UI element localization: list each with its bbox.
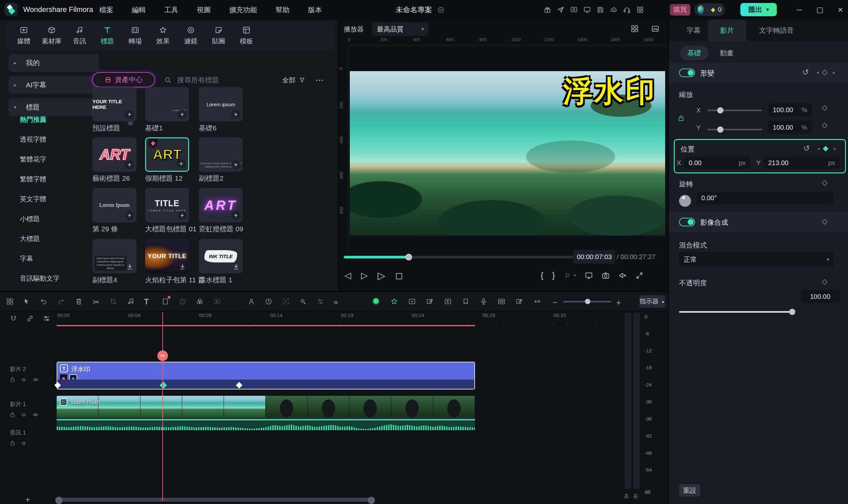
menu-edit[interactable]: 編輯 — [132, 5, 146, 15]
add-to-timeline-button[interactable]: + — [125, 160, 134, 169]
mirror-display-button[interactable] — [585, 271, 593, 280]
zoom-in-icon[interactable]: + — [616, 298, 624, 305]
compositing-toggle[interactable] — [679, 218, 695, 226]
add-to-timeline-button[interactable]: + — [231, 211, 241, 220]
title-card-neon09[interactable]: ART + — [199, 188, 243, 222]
scale-x-slider[interactable] — [707, 110, 762, 111]
keyframe-active-icon[interactable]: ◆ — [823, 144, 828, 152]
portrait-cutout-icon[interactable] — [247, 298, 255, 305]
stop-button[interactable]: ◻ — [395, 270, 403, 281]
export-button[interactable]: 匯出 ▾ — [740, 3, 777, 16]
add-to-timeline-button[interactable]: + — [177, 211, 187, 220]
zoom-out-icon[interactable]: − — [553, 298, 560, 305]
add-to-timeline-button[interactable]: + — [177, 110, 187, 119]
menu-view[interactable]: 視圖 — [197, 5, 211, 15]
audio-ai-icon[interactable] — [230, 298, 238, 305]
title-card-subtitle2[interactable]: Lorem ipsum dolor sit amet, consectetura… — [199, 137, 243, 172]
redo-icon[interactable] — [57, 298, 65, 305]
prev-keyframe-icon[interactable]: ◂ — [817, 146, 820, 151]
reset-button[interactable]: 重設 — [679, 484, 700, 497]
menu-tools[interactable]: 工具 — [164, 5, 178, 15]
download-icon[interactable] — [125, 263, 134, 271]
motion-track-icon[interactable] — [213, 298, 221, 305]
hide-eye-icon[interactable] — [33, 377, 39, 383]
fullscreen-button[interactable] — [635, 271, 644, 280]
gift-icon[interactable] — [541, 0, 554, 19]
speed-icon[interactable] — [178, 298, 187, 305]
title-card-holiday12-selected[interactable]: ART ◆ + — [145, 137, 189, 172]
tab-effects[interactable]: 效果 — [149, 26, 177, 46]
minimize-button[interactable]: ─ — [792, 0, 807, 19]
sidebar-item-english[interactable]: 英文字體 — [20, 195, 96, 203]
watermark-text-overlay[interactable]: 浮水印 — [563, 72, 657, 111]
title-card-basic1[interactable]: Lorem ipsum + — [145, 87, 189, 122]
compositing-keyframe-icon[interactable]: ◇ — [822, 217, 828, 226]
duration-icon[interactable] — [265, 298, 273, 305]
subtab-animation[interactable]: 動畫 — [712, 46, 741, 60]
lock-icon[interactable] — [9, 377, 16, 383]
tab-captions[interactable]: 字幕 — [679, 19, 709, 41]
next-keyframe-icon[interactable]: ▸ — [834, 146, 836, 151]
title-clip[interactable]: T 浮水印 ◆ ◆ — [57, 362, 475, 390]
opacity-slider[interactable] — [679, 311, 795, 313]
beat-detect-icon[interactable] — [127, 298, 135, 305]
playback-progress-bar[interactable] — [344, 256, 578, 258]
add-text-icon[interactable]: T — [144, 298, 152, 305]
title-card-fire11[interactable]: YOUR TITLE — [145, 239, 189, 273]
view-layout-icon[interactable] — [630, 24, 639, 33]
project-title[interactable]: 未命名專案 — [396, 5, 432, 15]
freeze-frame-icon[interactable] — [282, 298, 290, 305]
playhead[interactable]: ✂ — [162, 312, 163, 501]
add-to-timeline-button[interactable]: + — [125, 110, 134, 119]
layout-grid-icon[interactable] — [6, 298, 14, 305]
audio-text-icon[interactable] — [515, 298, 523, 305]
edit-clip-icon[interactable] — [426, 298, 434, 305]
ripple-sync-icon[interactable] — [533, 298, 541, 305]
download-icon[interactable] — [178, 263, 187, 271]
search-input[interactable]: 搜尋所有標題 — [164, 75, 219, 85]
share-icon[interactable] — [554, 0, 567, 19]
video-clip[interactable]: ▷ video-miao — [57, 396, 475, 430]
asset-center-button[interactable]: 資產中心 — [92, 72, 155, 87]
tab-filters[interactable]: 濾鏡 — [177, 26, 205, 46]
sidebar-item-big-title[interactable]: 大標題 — [20, 234, 96, 243]
link-clips-icon[interactable] — [26, 314, 34, 323]
auto-ripple-icon[interactable] — [42, 314, 51, 323]
timeline-horizontal-scrollbar[interactable] — [57, 498, 374, 502]
close-button[interactable]: × — [833, 0, 848, 19]
rotate-value-field[interactable]: 0.00° — [697, 192, 834, 204]
quality-dropdown[interactable]: 最高品質 ▾ — [372, 22, 429, 36]
support-headset-icon[interactable] — [620, 0, 633, 19]
add-to-timeline-button[interactable]: + — [176, 159, 186, 168]
sidebar-item-tc-fonts[interactable]: 繁體字體 — [20, 175, 96, 184]
apps-grid-icon[interactable] — [633, 0, 646, 19]
sidebar-item-perspective[interactable]: 透視字體 — [20, 135, 96, 144]
blend-mode-dropdown[interactable]: 正常 ▾ — [679, 252, 834, 267]
tab-stickers[interactable]: 貼圖 — [205, 26, 232, 46]
menu-extensions[interactable]: 擴充功能 — [229, 5, 257, 15]
sidebar-group-ai-captions[interactable]: ▸AI字幕 — [8, 76, 99, 94]
opacity-keyframe-icon[interactable]: ◇ — [822, 277, 828, 286]
scrollbar-grip[interactable] — [368, 497, 375, 504]
more-tools-icon[interactable]: » — [333, 298, 342, 305]
next-keyframe-icon[interactable]: ▸ — [833, 70, 835, 75]
chroma-record-icon[interactable] — [372, 298, 380, 305]
voiceover-mic-icon[interactable] — [480, 298, 488, 305]
scale-y-slider[interactable] — [707, 129, 762, 130]
title-card-bigtitle01[interactable]: TITLELOWER TITLE HERE + — [145, 188, 189, 222]
next-frame-button[interactable]: ▷ — [361, 270, 368, 281]
lock-ratio-icon[interactable] — [677, 114, 685, 122]
scale-x-value[interactable]: 100.00% — [768, 103, 812, 116]
mute-speaker-icon[interactable] — [21, 440, 27, 446]
sidebar-item-hot[interactable]: 熱門推薦 — [20, 115, 96, 124]
title-card-ink1[interactable]: INK TITLE — [199, 239, 243, 273]
undo-icon[interactable] — [40, 298, 48, 305]
select-cursor-icon[interactable] — [22, 298, 31, 305]
effects-star-icon[interactable] — [390, 298, 398, 305]
color-scope-icon[interactable] — [651, 24, 659, 33]
tab-stock[interactable]: 素材庫 — [38, 26, 66, 46]
download-icon[interactable] — [232, 263, 241, 271]
adjust-icon[interactable] — [316, 298, 324, 305]
title-card-default[interactable]: YOUR TITLE HERE + — [92, 87, 137, 122]
pip-add-icon[interactable] — [408, 298, 416, 305]
